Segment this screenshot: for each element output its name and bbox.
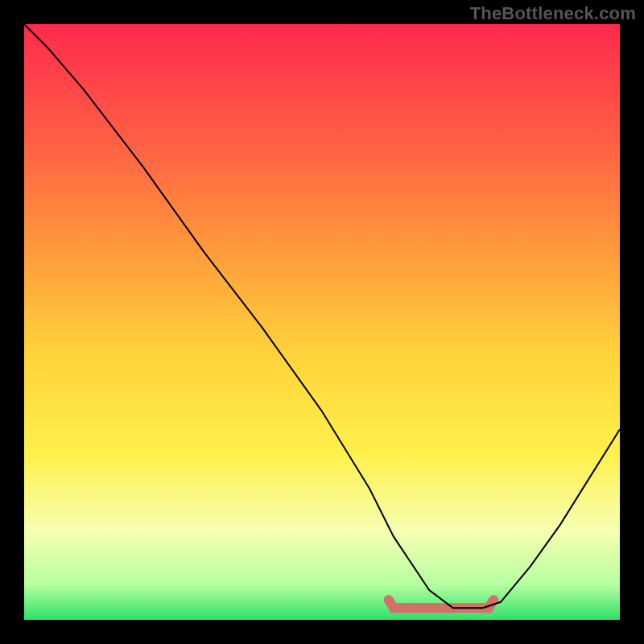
watermark-text: TheBottleneck.com xyxy=(470,3,636,24)
gradient-background xyxy=(24,24,620,620)
plot-svg xyxy=(24,24,620,620)
chart-container: TheBottleneck.com xyxy=(0,0,644,644)
plot-area xyxy=(24,24,620,620)
